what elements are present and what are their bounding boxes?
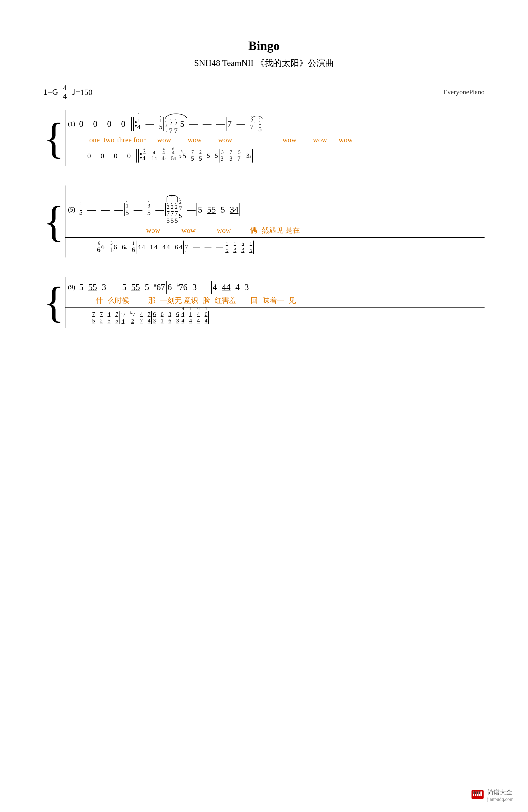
lyr-wow3: wow: [217, 136, 233, 144]
bar-3: [179, 117, 179, 131]
upper-notes-row-1: (1) 0 0 0 0: [65, 112, 485, 136]
lyr-one: one: [87, 136, 102, 144]
score-page: Bingo SNH48 TeamNII 《我的太阳》公演曲 1=G 4 4 ♩=…: [29, 19, 499, 352]
note-0-3: 0: [107, 119, 112, 129]
lower-staff-2: 6 6· 6 3 1· 6 66: [65, 238, 485, 258]
system-2: { (5) ·1 5: [43, 186, 485, 258]
lyr-wow-s5-2: wow: [180, 226, 196, 234]
logo-text-group: 简谱大全 jianpudq.com: [487, 788, 514, 802]
svg-rect-9: [479, 792, 480, 794]
lyr-wow6: wow: [338, 136, 354, 144]
chord-i5-m5: ·1 5: [258, 115, 262, 133]
system-3: { (9) 5 5 5 3 — 5: [43, 277, 485, 328]
subtitle: SNH48 TeamNII 《我的太阳》公演曲: [43, 57, 485, 69]
lyr-wow-s5-1: wow: [145, 226, 161, 234]
upper-notes-row-3: (9) 5 5 5 3 — 5 5 5 5 #6: [65, 279, 485, 295]
watermark: EveryonePiano: [443, 88, 485, 96]
system-staves-1: (1) 0 0 0 0: [65, 110, 485, 166]
triplet-group-sec5: 3 ·2 7 5 ·2 7 5: [166, 195, 178, 224]
tempo-left: 1=G 4 4 ♩=150: [43, 84, 92, 100]
bar-4: [226, 117, 226, 131]
key-label: 1=G: [43, 87, 58, 97]
tempo-line: 1=G 4 4 ♩=150 EveryonePiano: [43, 84, 485, 100]
upper-staff-3: (9) 5 5 5 3 — 5 5 5 5 #6: [65, 277, 485, 308]
time-sig: 4 4: [63, 84, 67, 100]
upper-notes-row-2: (5) ·1 5 — — —: [65, 187, 485, 225]
arc-group-1: ·3 · ·2 7 ·2 7: [165, 113, 178, 135]
lower-staff-3: 75 72 45 75: [65, 308, 485, 328]
lyr-ou: 偶: [246, 225, 261, 235]
lyr-hui: 回: [247, 295, 262, 306]
lyr-wei-zhe-yi: 味着一: [262, 295, 285, 306]
upper-staff-1: (1) 0 0 0 0: [65, 110, 485, 146]
lyr-hong-hai-xiu: 红害羞: [214, 295, 237, 306]
section-1-block: { (1) 0 0 0 0: [43, 110, 485, 166]
system-bracket-3: {: [43, 277, 64, 328]
lower-notes-row-2: 6 6· 6 3 1· 6 66: [65, 238, 485, 256]
section-9-block: { (9) 5 5 5 3 — 5: [43, 277, 485, 328]
lyr-na: 那: [145, 295, 159, 306]
note-0-1: 0: [79, 119, 84, 129]
bpm-label: ♩=150: [72, 87, 92, 97]
lyr-shen: 什: [92, 295, 106, 306]
bar-1: [131, 117, 132, 131]
svg-rect-8: [477, 792, 478, 794]
lyr-ran-yu-jian: 然遇见: [261, 225, 284, 235]
bar-start: [78, 117, 78, 131]
lyr-yi-ke-wu: 一刻无: [159, 295, 183, 306]
chord-15dot: · 1 5·: [159, 118, 162, 130]
upper-staff-2: (5) ·1 5 — — —: [65, 186, 485, 238]
system-bracket-1: {: [43, 110, 64, 166]
lyr-three-four: three four: [116, 136, 146, 144]
lyr-two: two: [102, 136, 116, 144]
upper-lyrics-row-3: 什 么时候 那 一刻无 意识 脸 红害羞 回 味着一 见: [65, 295, 485, 306]
note-0-4: 0: [121, 119, 126, 129]
bottom-logo: 简谱大全 jianpudq.com: [470, 788, 514, 802]
lyr-lian: 脸: [199, 295, 214, 306]
chord-i4: · 1 4: [137, 117, 141, 131]
note-7-m5: 7: [228, 119, 232, 129]
dash-m5-1: —: [237, 119, 245, 129]
system-staves-3: (9) 5 5 5 3 — 5 5 5 5 #6: [65, 277, 485, 328]
lower-notes-row-3: 75 72 45 75: [65, 309, 485, 326]
note-5-1: 5: [180, 119, 185, 129]
logo-cn-text: 简谱大全: [487, 788, 514, 797]
svg-rect-6: [473, 792, 474, 794]
logo-en-text: jianpudq.com: [487, 797, 514, 802]
lyr-me-shi-hou: 么时候: [106, 295, 130, 306]
dash-1: —: [146, 119, 154, 129]
upper-lyrics-row-2: wow wow wow 偶 然遇见 是在: [65, 225, 485, 236]
system-bracket-2: {: [43, 186, 64, 258]
page-title: Bingo: [43, 39, 485, 53]
lower-staff-1: 0 0 0 0 44 4·: [65, 146, 485, 166]
lower-notes-row-1: 0 0 0 0 44 4·: [65, 147, 485, 164]
system-staves-2: (5) ·1 5 — — —: [65, 186, 485, 258]
chord-i5-sec5: ·1 5: [79, 203, 83, 216]
lyr-wow4: wow: [281, 136, 297, 144]
section-marker-1: (1): [68, 120, 75, 128]
bar-bold-1: [133, 117, 134, 131]
lyr-wow5: wow: [312, 136, 328, 144]
section-5-block: { (5) ·1 5: [43, 186, 485, 258]
lyr-wow2: wow: [187, 136, 203, 144]
lyr-wow1: wow: [156, 136, 172, 144]
section-marker-9: (9): [68, 284, 75, 291]
logo-icon: [470, 788, 485, 802]
note-0-2: 0: [93, 119, 98, 129]
lyr-yi-shi: 意识: [183, 295, 199, 306]
svg-rect-5: [481, 792, 482, 796]
dash-3: —: [203, 119, 211, 129]
system-1: { (1) 0 0 0 0: [43, 110, 485, 166]
lyr-wow-s5-3: wow: [216, 226, 232, 234]
repeat-dots-1: [135, 117, 137, 131]
upper-lyrics-row-1: one two three four wow wow wow wow wow: [65, 136, 485, 145]
section-marker-5: (5): [68, 206, 75, 213]
dash-4: —: [216, 119, 225, 129]
dash-2: —: [189, 119, 198, 129]
lyr-shi-zai: 是在: [284, 225, 301, 235]
lyr-jian: 见: [285, 295, 299, 306]
svg-rect-7: [475, 792, 476, 794]
